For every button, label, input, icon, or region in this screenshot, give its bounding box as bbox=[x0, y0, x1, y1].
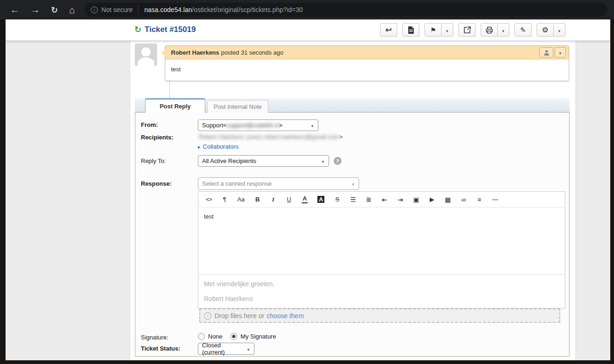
underline-icon[interactable]: U bbox=[286, 196, 292, 203]
signature-none-label: None bbox=[208, 333, 222, 340]
url-host: nasa.code54.lan bbox=[144, 6, 192, 13]
user-button[interactable] bbox=[539, 47, 553, 57]
help-icon[interactable]: ? bbox=[334, 157, 342, 165]
print-icon bbox=[486, 26, 493, 34]
flag-button[interactable] bbox=[424, 23, 442, 37]
reply-editor: <> ¶ Aa B I U A A S ☰ ≣ ⇤ ⇥ ▣ ▶ bbox=[198, 191, 565, 308]
paragraph-style-icon[interactable]: ¶ bbox=[222, 196, 228, 203]
browser-chrome: i Not secure nasa.code54.lan/osticket/or… bbox=[0, 0, 614, 19]
back-icon[interactable] bbox=[10, 5, 19, 14]
message-menu-button[interactable] bbox=[555, 47, 566, 57]
insert-link-icon[interactable]: ∞ bbox=[461, 196, 467, 203]
bold-icon[interactable]: B bbox=[254, 196, 260, 203]
chevron-down-icon bbox=[351, 180, 355, 187]
message-body: test bbox=[165, 59, 569, 81]
highlight-color-icon[interactable]: A bbox=[317, 196, 324, 203]
upload-icon bbox=[204, 312, 211, 320]
recipients-suffix: > bbox=[339, 133, 343, 140]
ticket-thread-panel: Robert Haerkens posted 31 seconds ago te… bbox=[130, 41, 576, 360]
chevron-down-icon bbox=[501, 26, 505, 34]
page-title: Ticket #15019 bbox=[145, 25, 196, 34]
attachment-dropzone[interactable]: Drop files here or choose them bbox=[199, 308, 560, 323]
settings-button[interactable] bbox=[537, 23, 554, 37]
settings-menu-button[interactable] bbox=[554, 23, 565, 37]
message-pointer bbox=[161, 50, 165, 56]
horizontal-rule-icon[interactable]: — bbox=[492, 196, 498, 203]
insert-table-icon[interactable]: ▦ bbox=[445, 196, 451, 203]
canned-response-placeholder: Select a canned response bbox=[202, 180, 272, 187]
browser-nav-buttons bbox=[0, 5, 75, 15]
reply-to-value: All Active Recipients bbox=[202, 157, 256, 164]
reply-button[interactable] bbox=[380, 23, 397, 37]
tab-post-reply[interactable]: Post Reply bbox=[145, 98, 205, 113]
chevron-down-icon bbox=[310, 122, 314, 129]
source-icon[interactable]: <> bbox=[206, 196, 212, 203]
page-background: Robert Haerkens posted 31 seconds ago te… bbox=[6, 41, 610, 360]
alignment-icon[interactable]: ≡ bbox=[476, 196, 482, 203]
refresh-ticket-icon[interactable] bbox=[134, 25, 141, 35]
dropzone-text: Drop files here or bbox=[215, 312, 264, 320]
browser-window: i Not secure nasa.code54.lan/osticket/or… bbox=[0, 0, 614, 364]
post-note-button[interactable] bbox=[402, 23, 419, 37]
reply-to-label: Reply To: bbox=[141, 157, 166, 164]
font-size-icon[interactable]: Aa bbox=[237, 196, 245, 203]
signature-mine-radio[interactable] bbox=[230, 333, 237, 340]
editor-content[interactable]: test bbox=[198, 207, 565, 274]
response-label: Response: bbox=[141, 180, 171, 187]
tab-post-internal-note[interactable]: Post Internal Note bbox=[207, 100, 268, 113]
print-menu-button[interactable] bbox=[498, 23, 509, 37]
chevron-down-icon bbox=[247, 345, 250, 352]
insert-video-icon[interactable]: ▶ bbox=[429, 196, 435, 203]
message-timestamp: posted 31 seconds ago bbox=[221, 49, 283, 56]
recipient-name-redacted: Robert Haerkens (user) bbox=[199, 133, 262, 140]
url-divider bbox=[138, 6, 139, 14]
avatar-torso bbox=[138, 57, 154, 66]
chevron-down-icon bbox=[445, 26, 449, 34]
from-select[interactable]: Support<support@code54.nl> bbox=[198, 119, 318, 131]
from-value-suffix: > bbox=[279, 122, 283, 129]
site-info-icon[interactable]: i bbox=[91, 6, 98, 13]
ticket-header-bar: Ticket #15019 bbox=[6, 19, 610, 41]
edit-button[interactable] bbox=[514, 23, 532, 37]
reply-to-select[interactable]: All Active Recipients bbox=[198, 155, 329, 167]
share-button[interactable] bbox=[458, 23, 475, 37]
collaborators-link[interactable]: Collaborators bbox=[198, 143, 239, 150]
choose-files-link[interactable]: choose them bbox=[266, 312, 304, 320]
signature-label: Signature: bbox=[141, 334, 168, 341]
print-button[interactable] bbox=[481, 23, 498, 37]
person-icon bbox=[544, 50, 550, 56]
signature-line-1: Met vriendelijke groeten, bbox=[204, 279, 559, 289]
chevron-down-icon bbox=[557, 26, 561, 34]
signature-none-radio[interactable] bbox=[198, 333, 205, 340]
from-label: From: bbox=[141, 121, 158, 128]
chevron-down-icon bbox=[558, 49, 562, 56]
canned-response-select[interactable]: Select a canned response bbox=[198, 177, 359, 190]
indent-icon[interactable]: ⇥ bbox=[397, 196, 403, 203]
editor-toolbar: <> ¶ Aa B I U A A S ☰ ≣ ⇤ ⇥ ▣ ▶ bbox=[198, 192, 565, 207]
url-path: /osticket/original/scp/tickets.php?id=30 bbox=[192, 6, 303, 13]
signature-line-2: Robert Haerkens bbox=[204, 294, 559, 303]
thread-connector-line bbox=[169, 80, 170, 98]
italic-icon[interactable]: I bbox=[270, 196, 276, 203]
reload-icon[interactable] bbox=[51, 5, 58, 14]
note-icon bbox=[408, 26, 414, 34]
ordered-list-icon[interactable]: ≣ bbox=[366, 196, 372, 203]
insert-image-icon[interactable]: ▣ bbox=[413, 196, 419, 203]
text-color-icon[interactable]: A bbox=[302, 195, 308, 203]
from-value-prefix: Support< bbox=[202, 122, 227, 129]
signature-options: None My Signature bbox=[198, 333, 281, 340]
reply-tabstrip: Post Reply Post Internal Note bbox=[135, 98, 570, 112]
ticket-status-select[interactable]: Closed (current) bbox=[198, 343, 254, 355]
recipients-value: Robert Haerkens (user) robert.haerkens@g… bbox=[199, 133, 343, 140]
message-actions bbox=[539, 47, 566, 57]
unordered-list-icon[interactable]: ☰ bbox=[350, 196, 356, 203]
strikethrough-icon[interactable]: S bbox=[334, 196, 340, 203]
address-bar[interactable]: i Not secure nasa.code54.lan/osticket/or… bbox=[84, 3, 608, 17]
outdent-icon[interactable]: ⇤ bbox=[381, 196, 387, 203]
home-icon[interactable] bbox=[69, 5, 75, 15]
security-label: Not secure bbox=[101, 6, 133, 13]
flag-menu-button[interactable] bbox=[442, 23, 453, 37]
message-author: Robert Haerkens bbox=[171, 49, 219, 56]
ticket-title: Ticket #15019 bbox=[134, 25, 196, 35]
forward-icon[interactable] bbox=[31, 5, 40, 14]
